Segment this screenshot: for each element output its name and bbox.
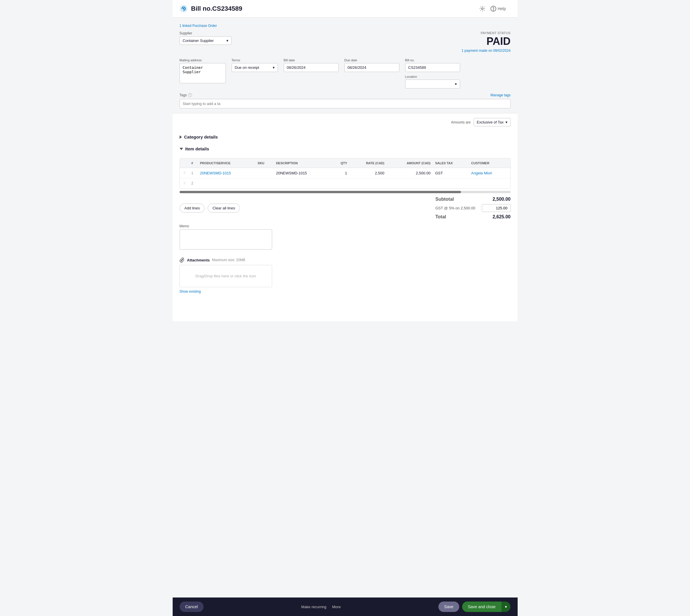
row-description[interactable]: 20NEWSMD-1015 — [273, 168, 331, 178]
col-sales-tax: SALES TAX — [433, 158, 469, 168]
row-product[interactable] — [198, 178, 255, 189]
payment-status-label: PAYMENT STATUS — [462, 31, 510, 35]
bill-no-input[interactable] — [405, 63, 460, 72]
expand-icon — [180, 135, 182, 139]
item-details-header[interactable]: Item details — [180, 143, 511, 155]
clear-all-lines-button[interactable]: Clear all lines — [208, 204, 240, 213]
help-button[interactable]: Help — [490, 5, 506, 12]
save-buttons: Save Save and close ▾ — [439, 601, 511, 612]
row-product[interactable]: 20NEWSMD-1015 — [198, 168, 255, 178]
svg-point-4 — [493, 10, 494, 10]
table-row: ⠿ 2 — [180, 178, 510, 189]
row-amount[interactable] — [387, 178, 433, 189]
more-button[interactable]: More — [332, 605, 341, 609]
chevron-down-icon: ▾ — [506, 120, 508, 124]
save-and-close-arrow-button[interactable]: ▾ — [501, 601, 510, 612]
bill-date-input[interactable] — [284, 63, 339, 72]
terms-select[interactable]: Due on receipt ▾ — [232, 63, 278, 72]
collapse-icon — [180, 148, 183, 150]
tags-label: Tags ? — [180, 93, 192, 97]
subtotal-label: Subtotal — [436, 197, 454, 202]
show-existing-link[interactable]: Show existing — [180, 289, 511, 293]
save-close-group: Save and close ▾ — [462, 601, 511, 612]
col-product: PRODUCT/SERVICE — [198, 158, 255, 168]
row-handle[interactable]: ⠿ — [180, 168, 189, 178]
help-icon — [490, 5, 496, 12]
row-customer[interactable]: Angela Miori — [469, 168, 510, 178]
category-details-title: Category details — [184, 134, 218, 139]
col-rate: RATE (CAD) — [349, 158, 387, 168]
row-sales-tax[interactable] — [433, 178, 469, 189]
terms-value: Due on receipt — [235, 65, 260, 70]
amounts-value: Exclusive of Tax — [477, 120, 504, 124]
payment-link[interactable]: 1 payment made on 09/02/2024 — [462, 49, 510, 53]
category-details-header[interactable]: Category details — [180, 131, 511, 143]
attachments-max: Maximum size: 20MB — [212, 258, 245, 262]
bill-date-group: Bill date — [284, 59, 339, 72]
total-value: 2,625.00 — [492, 214, 510, 220]
terms-group: Terms Due on receipt ▾ — [232, 59, 278, 72]
footer: Cancel Make recurring More Save Save and… — [173, 597, 518, 616]
col-num: # — [189, 158, 198, 168]
supplier-label: Supplier — [180, 31, 462, 35]
row-rate[interactable]: 2,500 — [349, 168, 387, 178]
amounts-select[interactable]: Exclusive of Tax ▾ — [474, 118, 511, 126]
col-qty: QTY — [331, 158, 350, 168]
app-logo — [180, 5, 188, 13]
memo-label: Memo — [180, 224, 511, 228]
header-left: Bill no.CS234589 — [180, 5, 242, 13]
row-qty[interactable] — [331, 178, 350, 189]
mailing-address-group: Mailing address — [180, 59, 226, 83]
manage-tags-link[interactable]: Manage tags — [490, 93, 510, 97]
gst-input[interactable] — [482, 204, 511, 212]
save-and-close-button[interactable]: Save and close — [462, 601, 502, 612]
scroll-bar-container[interactable] — [180, 191, 511, 193]
terms-label: Terms — [232, 59, 278, 62]
make-recurring-button[interactable]: Make recurring — [301, 605, 327, 609]
drop-zone[interactable]: Drag/Drop files here or click the icon — [180, 265, 272, 287]
linked-purchase-order[interactable]: 1 linked Purchase Order — [180, 24, 217, 28]
fields-row: Mailing address Terms Due on receipt ▾ B… — [180, 59, 511, 88]
chevron-down-icon: ▾ — [273, 65, 275, 70]
due-date-group: Due date — [344, 59, 399, 72]
bill-no-group: Bill no. Location ▾ — [405, 59, 460, 88]
action-buttons-row: Add lines Clear all lines Subtotal 2,500… — [180, 197, 511, 220]
save-button[interactable]: Save — [439, 601, 459, 612]
add-lines-button[interactable]: Add lines — [180, 204, 205, 213]
row-description[interactable] — [273, 178, 331, 189]
row-sku[interactable] — [255, 168, 274, 178]
row-rate[interactable] — [349, 178, 387, 189]
row-amount[interactable]: 2,500.00 — [387, 168, 433, 178]
settings-button[interactable] — [479, 5, 486, 12]
totals-panel: Subtotal 2,500.00 GST @ 5% on 2,500.00 T… — [436, 197, 511, 220]
payment-status-panel: PAYMENT STATUS PAID 1 payment made on 09… — [462, 31, 510, 53]
page-title: Bill no.CS234589 — [191, 5, 242, 13]
location-select[interactable]: ▾ — [405, 80, 460, 88]
memo-input[interactable] — [180, 229, 272, 249]
row-sales-tax[interactable]: GST — [433, 168, 469, 178]
tags-help-icon[interactable]: ? — [188, 93, 192, 97]
item-details-table: # PRODUCT/SERVICE SKU DESCRIPTION QTY RA… — [180, 158, 511, 189]
header-right: Help — [479, 5, 511, 12]
chevron-down-icon: ▾ — [505, 604, 507, 609]
payment-status-value: PAID — [462, 35, 510, 47]
total-label: Total — [436, 214, 446, 220]
row-num: 1 — [189, 168, 198, 178]
amounts-row: Amounts are Exclusive of Tax ▾ — [180, 118, 511, 126]
action-left: Add lines Clear all lines — [180, 204, 240, 213]
gear-icon — [479, 5, 486, 12]
row-num: 2 — [189, 178, 198, 189]
mailing-address-input[interactable] — [180, 63, 226, 83]
tags-input[interactable] — [180, 99, 511, 108]
row-sku[interactable] — [255, 178, 274, 189]
scroll-bar — [180, 191, 461, 193]
row-handle[interactable]: ⠿ — [180, 178, 189, 189]
row-qty[interactable]: 1 — [331, 168, 350, 178]
due-date-input[interactable] — [344, 63, 399, 72]
chevron-down-icon: ▾ — [226, 39, 228, 43]
supplier-select[interactable]: Container Supplier ▾ — [180, 37, 232, 45]
cancel-button[interactable]: Cancel — [180, 601, 204, 612]
row-customer[interactable] — [469, 178, 510, 189]
item-details-title: Item details — [185, 146, 209, 151]
supplier-value: Container Supplier — [183, 39, 214, 43]
